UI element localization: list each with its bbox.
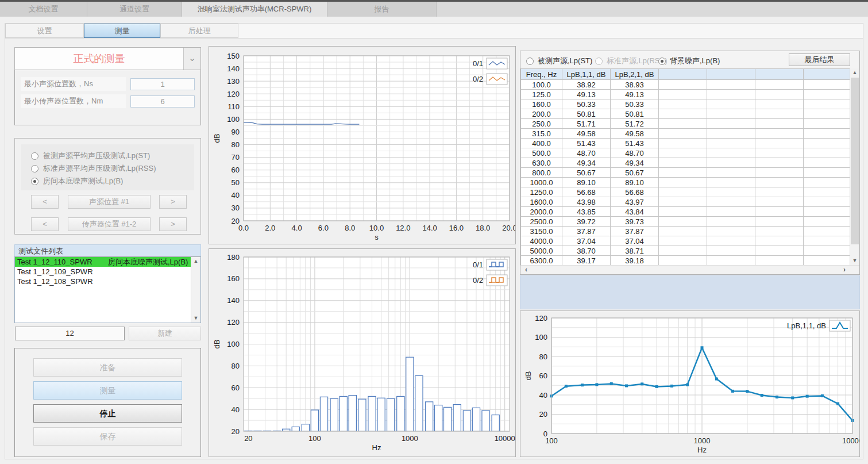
main-tab-2[interactable]: 通道设置 [87,2,182,17]
table-row[interactable]: 4000.037.0437.04 [521,236,851,246]
final-result-button[interactable]: 最后结果 [789,53,850,66]
position-next-button[interactable]: > [159,217,187,231]
radio-icon[interactable] [595,57,603,65]
dropdown-chevron-icon[interactable]: ⌄ [183,48,200,70]
file-list-scrollbar[interactable]: ▲ ▼ [191,257,200,323]
list-item[interactable]: Test 1_12_110_SPWR房间本底噪声测试,Lp(B) [15,257,200,267]
svg-text:60: 60 [232,166,240,174]
sub-tab-3[interactable]: 后处理 [160,24,238,38]
scroll-right-icon[interactable]: › [840,266,849,274]
table-row[interactable]: 400.051.4351.43 [521,139,851,148]
position-prev-button[interactable]: < [31,217,59,231]
scroll-down-icon[interactable]: ▼ [191,314,200,323]
table-row[interactable]: 800.050.6750.67 [521,168,851,178]
list-item[interactable]: Test 1_12_109_SPWR [15,267,200,277]
results-table-hscrollbar[interactable]: ‹ › [520,265,859,274]
table-row[interactable]: 160.050.3350.33 [521,99,851,109]
table-cell [659,80,707,90]
test-type-option-3[interactable]: 房间本底噪声测试,Lp(B) [31,175,194,187]
file-note: 房间本底噪声测试,Lp(B) [108,257,188,267]
table-cell: 56.68 [611,187,659,197]
scroll-left-icon[interactable]: ‹ [522,266,531,274]
scroll-up-icon[interactable]: ▲ [191,257,200,266]
table-cell: 43.97 [611,197,659,207]
radio-icon[interactable] [658,57,666,65]
table-cell [707,158,755,168]
svg-text:100: 100 [308,434,321,443]
table-row[interactable]: 6300.039.1739.18 [521,256,851,266]
table-cell [707,178,755,187]
main-tab-3[interactable]: 混响室法测试声功率(MCR-SPWR) [182,2,327,17]
table-cell [804,178,851,187]
field-value-input[interactable]: 6 [130,95,195,108]
position-label-button[interactable]: 传声器位置 #1-2 [68,217,151,231]
table-row[interactable]: 100.038.9238.93 [521,80,851,90]
radio-label: 标准声源平均声压级测试,Lp(RSS) [43,163,156,174]
results-radio-3[interactable]: 背景噪声,Lp(B) [658,56,720,66]
table-cell [707,217,755,227]
table-row[interactable]: 1000.089.1089.10 [521,178,851,187]
table-row[interactable]: 315.049.5849.58 [521,129,851,139]
svg-text:1000: 1000 [402,434,418,443]
main-tab-1[interactable]: 文档设置 [0,2,87,17]
table-row[interactable]: 1600.043.9843.97 [521,197,851,207]
main-tab-4[interactable]: 报告 [327,2,437,17]
position-label-button[interactable]: 声源位置 #1 [68,195,151,209]
table-row[interactable]: 2500.039.7239.73 [521,217,851,227]
table-row[interactable]: 125.049.1349.13 [521,90,851,99]
table-row[interactable]: 1250.056.6856.68 [521,187,851,197]
position-prev-button[interactable]: < [31,195,59,209]
test-file-list-title: 测试文件列表 [14,244,201,256]
vscroll-thumb[interactable] [851,78,859,244]
radio-icon[interactable] [31,165,38,172]
prepare-button[interactable]: 准备 [33,358,182,377]
table-cell: 56.68 [562,187,611,197]
results-table-vscrollbar[interactable]: ▲ ▼ [850,68,859,265]
svg-text:100: 100 [545,436,558,445]
scroll-down-icon[interactable]: ▼ [850,256,859,265]
table-cell: 50.67 [611,168,659,178]
list-item[interactable]: Test 1_12_108_SPWR [15,277,200,286]
test-type-option-1[interactable]: 被测声源平均声压级测试,Lp(ST) [31,149,194,162]
svg-text:40: 40 [232,191,240,200]
results-radio-1[interactable]: 被测声源,Lp(ST) [526,56,592,66]
column-header: Freq., Hz [521,69,562,80]
column-header [707,69,755,80]
position-next-button[interactable]: > [159,195,187,209]
measurement-mode-dropdown[interactable]: 正式的测量 ⌄ [14,47,201,70]
svg-text:100: 100 [227,115,240,124]
radio-icon[interactable] [31,152,38,160]
results-radio-2[interactable]: 标准声源,Lp(RSS) [595,56,667,66]
table-cell: 49.13 [611,90,659,99]
table-row[interactable]: 200.050.8150.81 [521,109,851,119]
radio-icon[interactable] [526,57,534,65]
test-type-option-2[interactable]: 标准声源平均声压级测试,Lp(RSS) [31,162,194,175]
table-row[interactable]: 5000.038.7038.71 [521,246,851,256]
scroll-up-icon[interactable]: ▲ [850,68,859,77]
table-row[interactable]: 3150.037.8737.87 [521,227,851,236]
table-cell [804,168,851,178]
new-file-button[interactable]: 新建 [129,327,201,340]
table-cell: 5000.0 [521,246,562,256]
table-row[interactable]: 630.049.3449.34 [521,158,851,168]
field-value-input[interactable]: 1 [130,78,195,90]
measurement-mode-panel: 正式的测量 ⌄ 最小声源位置数，Ns1最小传声器位置数，Nm6 [14,47,201,125]
measure-button[interactable]: 测量 [33,381,182,400]
table-row[interactable]: 500.048.7048.70 [521,148,851,158]
sub-tab-2[interactable]: 测量 [84,24,160,38]
table-cell [659,256,707,266]
table-row[interactable]: 250.051.7151.72 [521,119,851,129]
table-cell: 1250.0 [521,187,562,197]
save-button[interactable]: 保存 [33,427,182,446]
file-count-button[interactable]: 12 [15,327,125,340]
stop-button[interactable]: 停止 [33,404,182,423]
table-row[interactable]: 2000.043.8543.84 [521,207,851,217]
sub-tab-1[interactable]: 设置 [5,24,84,38]
table-cell [707,80,755,90]
svg-text:70: 70 [232,153,240,162]
table-cell: 50.81 [611,109,659,119]
table-cell: 50.67 [562,168,611,178]
radio-icon[interactable] [31,178,38,185]
spectrum-bar-chart: 2040608010012014016018020100100010000Hzd… [209,249,515,457]
svg-text:160: 160 [227,274,240,283]
